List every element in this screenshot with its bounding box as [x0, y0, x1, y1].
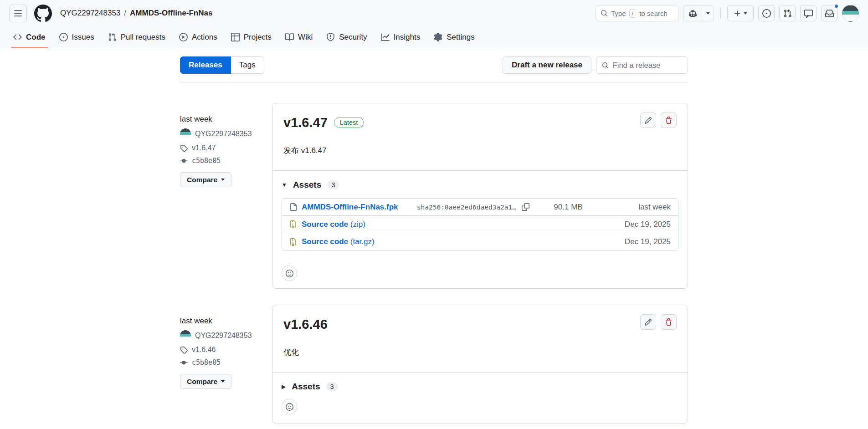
tab-security[interactable]: Security — [319, 26, 374, 48]
find-release-input[interactable] — [613, 61, 682, 70]
asset-date: Dec 19, 2025 — [607, 220, 671, 229]
release-title-link[interactable]: v1.6.47 — [283, 115, 328, 130]
add-reaction-button[interactable] — [282, 399, 297, 414]
tag-name: v1.6.46 — [192, 346, 216, 354]
tab-pull-requests[interactable]: Pull requests — [101, 26, 172, 48]
tab-settings[interactable]: Settings — [427, 26, 481, 48]
agents-header-button[interactable] — [800, 5, 817, 21]
agents-icon — [804, 9, 813, 18]
author-link[interactable]: QYG2297248353 — [195, 130, 252, 138]
copilot-dropdown-button[interactable] — [702, 5, 714, 21]
release-sidebar: last week QYG2297248353 v1.6.47 c5b8e05 — [180, 103, 261, 289]
breadcrumb-repo-link[interactable]: AMMDS-Offline-FnNas — [130, 9, 212, 18]
compare-label: Compare — [187, 176, 217, 184]
hamburger-menu-button[interactable] — [9, 5, 27, 22]
draft-new-release-button[interactable]: Draft a new release — [503, 56, 591, 74]
find-release-box — [596, 56, 688, 74]
hamburger-icon — [14, 9, 22, 18]
tab-label: Settings — [447, 33, 474, 42]
book-icon — [285, 33, 294, 41]
copy-sha-button[interactable] — [522, 203, 529, 211]
tab-issues[interactable]: Issues — [52, 26, 101, 48]
source-zip-link[interactable]: Source code (zip) — [302, 220, 365, 229]
author-avatar[interactable] — [180, 330, 191, 341]
copy-icon — [522, 203, 529, 211]
tab-label: Pull requests — [121, 33, 165, 42]
releases-toolbar: Releases Tags Draft a new release — [180, 56, 688, 74]
source-targz-link[interactable]: Source code (tar.gz) — [302, 237, 375, 246]
compare-label: Compare — [187, 378, 217, 386]
release-card: v1.6.47 Latest 发布 v1.6.47 ▼ Assets 3 — [272, 103, 688, 289]
release-commit-row: c5b8e05 — [180, 358, 261, 367]
asset-row: Source code (tar.gz) Dec 19, 2025 — [282, 233, 678, 250]
copilot-button[interactable] — [683, 5, 702, 21]
chevron-down-icon — [744, 12, 747, 15]
tag-icon — [180, 346, 188, 354]
release-sidebar: last week QYG2297248353 v1.6.46 c5b8e05 — [180, 305, 261, 424]
latest-badge: Latest — [334, 117, 364, 128]
add-reaction-button[interactable] — [282, 266, 297, 281]
assets-heading: Assets — [293, 180, 321, 190]
copilot-icon — [688, 9, 697, 18]
asset-row: AMMDS-Offline-FnNas.fpk sha256:8aee2ed6d… — [282, 199, 678, 216]
edit-release-button[interactable] — [640, 112, 656, 128]
release-card: v1.6.46 优化 ▶ Assets 3 — [272, 305, 688, 424]
zip-icon — [289, 220, 297, 228]
breadcrumb-owner-link[interactable]: QYG2297248353 — [60, 9, 120, 18]
user-avatar[interactable] — [842, 5, 859, 22]
author-avatar[interactable] — [180, 128, 191, 139]
chevron-down-icon — [221, 179, 225, 181]
tab-label: Issues — [72, 33, 94, 42]
compare-button[interactable]: Compare — [180, 172, 231, 187]
release-time: last week — [180, 115, 261, 124]
search-placeholder-pre: Type — [611, 10, 626, 17]
tab-label: Code — [26, 33, 46, 42]
commit-link[interactable]: c5b8e05 — [192, 157, 221, 165]
tab-label: Wiki — [298, 33, 313, 42]
code-icon — [13, 33, 22, 41]
graph-icon — [381, 33, 390, 41]
release-title: v1.6.47 — [283, 113, 328, 132]
notifications-button[interactable] — [821, 5, 837, 21]
tab-code[interactable]: Code — [6, 26, 52, 48]
tab-insights[interactable]: Insights — [374, 26, 427, 48]
tag-name: v1.6.47 — [192, 144, 216, 152]
tab-label: Insights — [394, 33, 421, 42]
global-search-input[interactable]: Type / to search — [596, 5, 678, 21]
delete-release-button[interactable] — [661, 314, 677, 330]
release-title-link[interactable]: v1.6.46 — [283, 317, 328, 332]
tab-actions[interactable]: Actions — [172, 26, 224, 48]
pull-request-icon — [783, 9, 792, 18]
delete-release-button[interactable] — [661, 112, 677, 128]
tab-label: Projects — [244, 33, 272, 42]
reactions-bar — [272, 258, 688, 288]
compare-button[interactable]: Compare — [180, 374, 231, 389]
tab-projects[interactable]: Projects — [224, 26, 278, 48]
table-icon — [231, 33, 240, 41]
author-link[interactable]: QYG2297248353 — [195, 332, 252, 340]
gear-icon — [434, 33, 442, 41]
asset-size: 90.1 MB — [534, 203, 602, 212]
tab-wiki[interactable]: Wiki — [278, 26, 319, 48]
create-new-button[interactable] — [727, 5, 754, 21]
triangle-right-icon: ▶ — [282, 383, 286, 390]
pencil-icon — [644, 318, 652, 326]
chevron-down-icon — [706, 12, 710, 15]
release-card-actions — [640, 314, 677, 330]
release-notes: 发布 v1.6.47 — [272, 132, 688, 170]
release-time: last week — [180, 317, 261, 326]
assets-toggle[interactable]: ▼ Assets 3 — [282, 180, 678, 190]
app-header: QYG2297248353 / AMMDS-Offline-FnNas Type… — [0, 0, 868, 26]
releases-tab-button[interactable]: Releases — [180, 56, 231, 74]
github-logo-icon[interactable] — [34, 5, 52, 22]
edit-release-button[interactable] — [640, 314, 656, 330]
assets-toggle[interactable]: ▶ Assets 3 — [282, 382, 678, 392]
pull-requests-header-button[interactable] — [779, 5, 796, 21]
asset-download-link[interactable]: AMMDS-Offline-FnNas.fpk — [302, 203, 398, 212]
issues-header-button[interactable] — [758, 5, 775, 21]
commit-link[interactable]: c5b8e05 — [192, 358, 221, 367]
source-label: Source code — [302, 220, 348, 229]
tags-tab-button[interactable]: Tags — [231, 56, 264, 74]
search-icon — [601, 10, 608, 17]
tab-label: Actions — [192, 33, 217, 42]
